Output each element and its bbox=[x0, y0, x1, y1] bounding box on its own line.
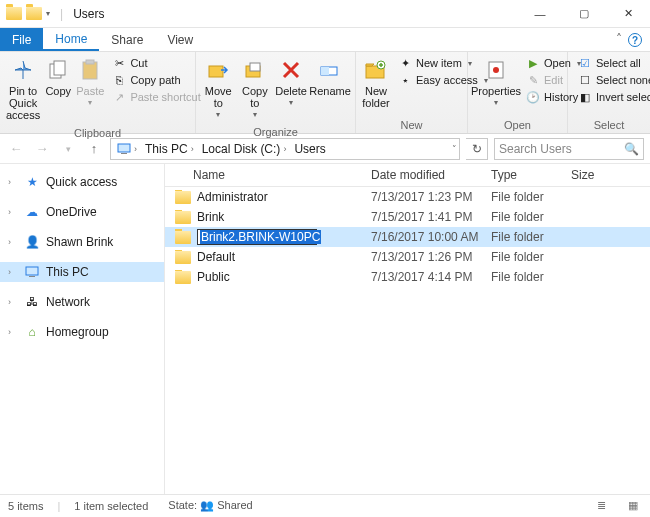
qat-dropdown-icon[interactable]: ▾ bbox=[46, 9, 50, 18]
caret-icon[interactable]: › bbox=[8, 267, 18, 277]
minimize-button[interactable]: — bbox=[518, 0, 562, 28]
forward-button[interactable]: → bbox=[32, 139, 52, 159]
svg-rect-2 bbox=[83, 62, 97, 79]
breadcrumb-local-disk[interactable]: Local Disk (C:)› bbox=[198, 142, 291, 156]
pin-to-quick-access-button[interactable]: Pin to Quick access bbox=[4, 55, 42, 123]
svg-rect-3 bbox=[86, 60, 94, 64]
select-none-button[interactable]: ☐Select none bbox=[574, 72, 650, 88]
caret-icon[interactable]: › bbox=[8, 207, 18, 217]
svg-rect-14 bbox=[121, 153, 127, 154]
cut-button[interactable]: ✂Cut bbox=[108, 55, 204, 71]
select-none-icon: ☐ bbox=[578, 73, 592, 87]
new-folder-button[interactable]: New folder bbox=[360, 55, 392, 111]
tab-share[interactable]: Share bbox=[99, 28, 155, 51]
ribbon-tabs: File Home Share View ˄ ? bbox=[0, 28, 650, 52]
column-size[interactable]: Size bbox=[565, 164, 625, 186]
table-row[interactable]: Administrator7/13/2017 1:23 PMFile folde… bbox=[165, 187, 650, 207]
close-button[interactable]: ✕ bbox=[606, 0, 650, 28]
address-bar[interactable]: › This PC› Local Disk (C:)› Users ˅ bbox=[110, 138, 460, 160]
up-button[interactable]: ↑ bbox=[84, 139, 104, 159]
folder-icon bbox=[175, 231, 191, 244]
search-box[interactable]: Search Users 🔍 bbox=[494, 138, 644, 160]
search-icon: 🔍 bbox=[624, 142, 639, 156]
file-date: 7/13/2017 1:26 PM bbox=[365, 250, 485, 264]
properties-button[interactable]: Properties▾ bbox=[472, 55, 520, 110]
select-all-button[interactable]: ☑Select all bbox=[574, 55, 650, 71]
ribbon-group-open: Properties▾ ▶Open▾ ✎Edit 🕑History Open bbox=[468, 52, 568, 133]
svg-rect-15 bbox=[26, 267, 38, 275]
table-row[interactable]: Brink7/15/2017 1:41 PMFile folder bbox=[165, 207, 650, 227]
folder-icon bbox=[175, 251, 191, 264]
ribbon-collapse-icon[interactable]: ˄ bbox=[610, 28, 628, 51]
help-icon[interactable]: ? bbox=[628, 33, 642, 47]
navpane-user[interactable]: ›👤Shawn Brink bbox=[0, 232, 164, 252]
paste-button[interactable]: Paste ▾ bbox=[74, 55, 106, 110]
folder-icon bbox=[175, 191, 191, 204]
file-type: File folder bbox=[485, 190, 565, 204]
breadcrumb-users[interactable]: Users bbox=[290, 142, 329, 156]
table-row[interactable]: Default7/13/2017 1:26 PMFile folder bbox=[165, 247, 650, 267]
svg-rect-4 bbox=[209, 66, 223, 77]
view-details-button[interactable]: ≣ bbox=[592, 498, 610, 514]
edit-icon: ✎ bbox=[526, 73, 540, 87]
copy-path-button[interactable]: ⎘Copy path bbox=[108, 72, 204, 88]
tab-file[interactable]: File bbox=[0, 28, 43, 51]
tab-home[interactable]: Home bbox=[43, 28, 99, 51]
column-type[interactable]: Type bbox=[485, 164, 565, 186]
status-selected-count: 1 item selected bbox=[74, 500, 148, 512]
view-large-icons-button[interactable]: ▦ bbox=[624, 498, 642, 514]
tab-view[interactable]: View bbox=[155, 28, 205, 51]
rename-button[interactable]: Rename bbox=[309, 55, 351, 99]
recent-locations-button[interactable]: ▾ bbox=[58, 139, 78, 159]
paste-shortcut-button[interactable]: ↗Paste shortcut bbox=[108, 89, 204, 105]
refresh-button[interactable]: ↻ bbox=[466, 138, 488, 160]
move-to-icon bbox=[204, 57, 232, 83]
navpane-onedrive[interactable]: ›☁OneDrive bbox=[0, 202, 164, 222]
invert-selection-button[interactable]: ◧Invert selection bbox=[574, 89, 650, 105]
caret-icon[interactable]: › bbox=[8, 327, 18, 337]
properties-icon bbox=[482, 57, 510, 83]
app-folder-icon bbox=[6, 7, 22, 20]
select-all-icon: ☑ bbox=[578, 56, 592, 70]
column-name[interactable]: Name bbox=[165, 164, 365, 186]
navpane-quick-access[interactable]: ›★Quick access bbox=[0, 172, 164, 192]
copy-icon bbox=[44, 57, 72, 83]
user-icon: 👤 bbox=[24, 235, 40, 249]
table-row[interactable]: Brink2.BRINK-W10PC7/16/2017 10:00 AMFile… bbox=[165, 227, 650, 247]
address-dropdown-icon[interactable]: ˅ bbox=[452, 144, 457, 154]
file-type: File folder bbox=[485, 210, 565, 224]
maximize-button[interactable]: ▢ bbox=[562, 0, 606, 28]
table-row[interactable]: Public7/13/2017 4:14 PMFile folder bbox=[165, 267, 650, 287]
titlebar-separator: | bbox=[60, 7, 63, 21]
back-button[interactable]: ← bbox=[6, 139, 26, 159]
main-area: ›★Quick access ›☁OneDrive ›👤Shawn Brink … bbox=[0, 164, 650, 494]
svg-rect-16 bbox=[29, 276, 35, 277]
breadcrumb-this-pc[interactable]: This PC› bbox=[141, 142, 198, 156]
column-date[interactable]: Date modified bbox=[365, 164, 485, 186]
delete-button[interactable]: Delete▾ bbox=[273, 55, 309, 110]
caret-icon[interactable]: › bbox=[8, 237, 18, 247]
qat-folder-icon[interactable] bbox=[26, 7, 42, 20]
cut-icon: ✂ bbox=[112, 56, 126, 70]
navpane-homegroup[interactable]: ›⌂Homegroup bbox=[0, 322, 164, 342]
window-title: Users bbox=[73, 7, 104, 21]
ribbon-group-organize: Move to▾ Copy to▾ Delete▾ Rename Organiz… bbox=[196, 52, 356, 133]
file-type: File folder bbox=[485, 230, 565, 244]
copy-to-button[interactable]: Copy to▾ bbox=[237, 55, 274, 122]
navpane-this-pc[interactable]: ›This PC bbox=[0, 262, 164, 282]
navpane-network[interactable]: ›🖧Network bbox=[0, 292, 164, 312]
file-name: Public bbox=[197, 270, 230, 284]
move-to-button[interactable]: Move to▾ bbox=[200, 55, 237, 122]
open-icon: ▶ bbox=[526, 56, 540, 70]
svg-rect-6 bbox=[250, 63, 260, 71]
status-state: State: 👥 Shared bbox=[168, 499, 252, 512]
caret-icon[interactable]: › bbox=[8, 177, 18, 187]
copy-button[interactable]: Copy bbox=[42, 55, 74, 99]
new-folder-icon bbox=[362, 57, 390, 83]
navigation-pane: ›★Quick access ›☁OneDrive ›👤Shawn Brink … bbox=[0, 164, 165, 494]
rename-input[interactable]: Brink2.BRINK-W10PC bbox=[197, 229, 317, 245]
easy-access-icon: ⭑ bbox=[398, 73, 412, 87]
ribbon: Pin to Quick access Copy Paste ▾ ✂Cut ⎘C… bbox=[0, 52, 650, 134]
caret-icon[interactable]: › bbox=[8, 297, 18, 307]
file-type: File folder bbox=[485, 250, 565, 264]
